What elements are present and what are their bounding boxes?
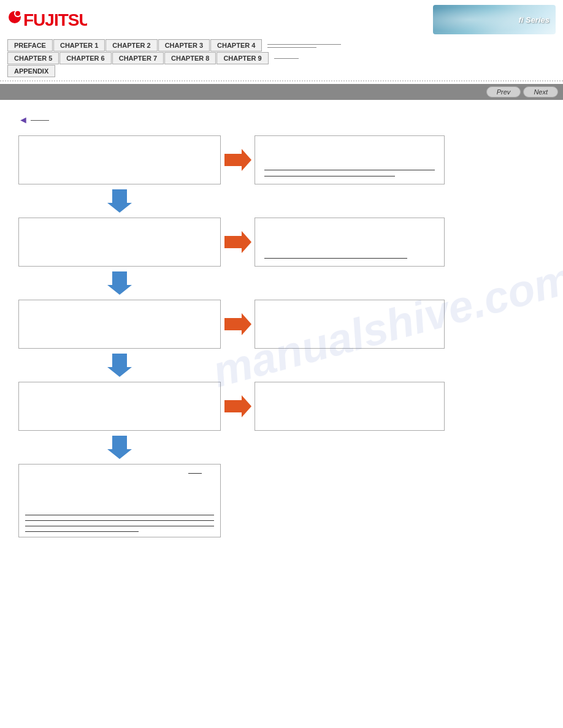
svg-marker-8 xyxy=(224,313,251,335)
nav-tab-chapter3[interactable]: CHAPTER 3 xyxy=(158,39,210,51)
svg-text:FUJITSU: FUJITSU xyxy=(23,10,87,29)
nav-tab-chapter7[interactable]: CHAPTER 7 xyxy=(112,52,164,64)
svg-marker-7 xyxy=(107,271,132,295)
arrow-down-3 xyxy=(18,354,221,377)
toolbar: Prev Next xyxy=(0,84,563,100)
fi-series-banner: fi Series xyxy=(433,5,556,34)
last-box-line-4 xyxy=(25,531,139,532)
nav-tab-chapter6[interactable]: CHAPTER 6 xyxy=(59,52,111,64)
blue-arrow-down-1 xyxy=(107,189,132,213)
flow-box-left-4 xyxy=(18,382,221,431)
rbox-1-line1 xyxy=(264,170,435,170)
orange-arrow-right-3 xyxy=(224,313,251,335)
orange-arrow-right-4 xyxy=(224,395,251,417)
flow-box-last xyxy=(18,464,221,537)
svg-marker-5 xyxy=(107,189,132,213)
flow-box-left-3 xyxy=(18,300,221,349)
blue-arrow-down-4 xyxy=(107,436,132,459)
svg-marker-6 xyxy=(224,231,251,253)
arrow-down-2 xyxy=(18,271,221,295)
back-arrow-icon[interactable]: ◄ xyxy=(18,115,28,126)
back-line-decoration xyxy=(31,120,49,121)
flow-box-left-2 xyxy=(18,218,221,267)
arrow-right-1 xyxy=(221,135,255,184)
nav-tab-preface[interactable]: PREFACE xyxy=(7,39,53,51)
flow-box-right-3 xyxy=(255,300,445,349)
nav-row-2: CHAPTER 5 CHAPTER 6 CHAPTER 7 CHAPTER 8 … xyxy=(7,52,556,65)
fujitsu-logo-svg: FUJITSU xyxy=(7,6,87,33)
fi-series-label: fi Series xyxy=(518,15,550,25)
flow-box-right-4 xyxy=(255,382,445,431)
orange-arrow-right-1 xyxy=(224,149,251,171)
nav-tab-appendix[interactable]: APPENDIX xyxy=(7,65,55,77)
last-box-lines xyxy=(25,515,214,532)
nav-tab-chapter5[interactable]: CHAPTER 5 xyxy=(7,52,59,64)
flow-diagram xyxy=(18,135,545,537)
rbox-2-line1 xyxy=(264,258,407,259)
arrow-down-4 xyxy=(18,436,221,459)
fujitsu-logo: FUJITSU xyxy=(7,6,87,33)
svg-marker-11 xyxy=(107,436,132,459)
flow-row-3 xyxy=(18,300,445,349)
header: FUJITSU fi Series xyxy=(0,0,563,39)
prev-button[interactable]: Prev xyxy=(486,86,521,97)
arrow-down-1 xyxy=(18,189,221,213)
arrow-right-4 xyxy=(221,382,255,431)
svg-marker-10 xyxy=(224,395,251,417)
navigation: PREFACE CHAPTER 1 CHAPTER 2 CHAPTER 3 CH… xyxy=(0,39,563,78)
nav-line-decoration-2 xyxy=(274,58,556,59)
svg-marker-4 xyxy=(224,149,251,171)
back-arrow-row: ◄ xyxy=(18,115,545,126)
nav-tab-chapter1[interactable]: CHAPTER 1 xyxy=(53,39,105,51)
last-box-top-decoration xyxy=(188,473,202,474)
flow-row-1 xyxy=(18,135,445,184)
flow-row-2 xyxy=(18,218,445,267)
blue-arrow-down-2 xyxy=(107,271,132,295)
nav-line-decoration xyxy=(267,44,556,48)
flow-box-right-1 xyxy=(255,135,445,184)
blue-arrow-down-3 xyxy=(107,354,132,377)
arrow-right-3 xyxy=(221,300,255,349)
main-content: manualshive.com ◄ xyxy=(0,100,563,550)
svg-point-2 xyxy=(15,11,20,16)
svg-marker-9 xyxy=(107,354,132,377)
last-box-line-2 xyxy=(25,520,214,521)
last-box-line-1 xyxy=(25,515,214,515)
orange-arrow-right-2 xyxy=(224,231,251,253)
nav-row-3: APPENDIX xyxy=(7,65,556,78)
rbox-1-line2 xyxy=(264,176,395,176)
nav-separator xyxy=(0,80,563,82)
nav-row-1: PREFACE CHAPTER 1 CHAPTER 2 CHAPTER 3 CH… xyxy=(7,39,556,52)
flow-box-right-2 xyxy=(255,218,445,267)
arrow-right-2 xyxy=(221,218,255,267)
nav-tab-chapter2[interactable]: CHAPTER 2 xyxy=(105,39,157,51)
nav-tab-chapter9[interactable]: CHAPTER 9 xyxy=(216,52,268,64)
flow-box-left-1 xyxy=(18,135,221,184)
last-box-line-3 xyxy=(25,526,214,526)
flow-row-4 xyxy=(18,382,445,431)
nav-tab-chapter8[interactable]: CHAPTER 8 xyxy=(164,52,216,64)
nav-tab-chapter4[interactable]: CHAPTER 4 xyxy=(210,39,262,51)
next-button[interactable]: Next xyxy=(523,86,558,97)
